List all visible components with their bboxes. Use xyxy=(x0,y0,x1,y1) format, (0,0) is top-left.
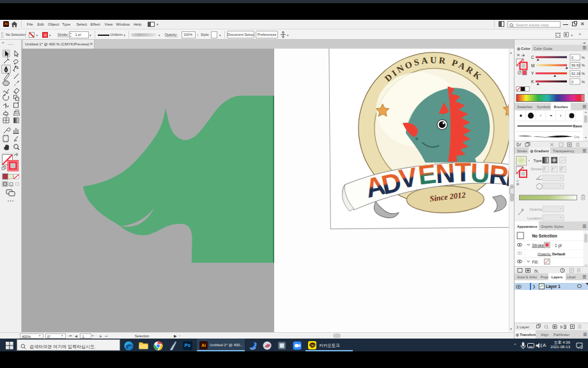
svg-text:Stroke:: Stroke: xyxy=(531,167,543,171)
svg-text:No Selection: No Selection xyxy=(532,233,557,237)
svg-text:fx.: fx. xyxy=(534,269,539,273)
svg-text:M: M xyxy=(531,63,534,67)
svg-text:Stroke:: Stroke: xyxy=(532,243,545,247)
svg-text:T: T xyxy=(454,157,471,187)
svg-text:Cha: Cha xyxy=(574,136,580,139)
svg-text:%: % xyxy=(582,79,585,83)
svg-text:▦: ▦ xyxy=(516,182,519,186)
svg-text:%: % xyxy=(582,72,585,76)
svg-text:K: K xyxy=(531,79,534,83)
svg-text:U: U xyxy=(470,157,490,188)
svg-text:Type:: Type: xyxy=(534,159,543,163)
svg-text:Y: Y xyxy=(531,71,534,76)
svg-text:99.92: 99.92 xyxy=(571,63,580,67)
svg-text:Location:: Location: xyxy=(527,216,543,220)
svg-text:TALK: TALK xyxy=(310,344,316,347)
svg-text:Opacity:: Opacity: xyxy=(538,252,552,255)
svg-text:%: % xyxy=(582,55,585,59)
svg-text:C: C xyxy=(531,55,534,60)
svg-text:0: 0 xyxy=(571,55,573,59)
svg-text:%: % xyxy=(582,63,585,67)
svg-text:N: N xyxy=(435,157,456,189)
svg-text:Basic: Basic xyxy=(573,124,583,128)
svg-text:0: 0 xyxy=(571,79,573,83)
svg-text:Default: Default xyxy=(552,252,565,255)
svg-text:Fill:: Fill: xyxy=(532,259,538,264)
svg-text:Opacity:: Opacity: xyxy=(529,207,543,211)
svg-text:1 pt: 1 pt xyxy=(555,243,562,248)
svg-text:62.16: 62.16 xyxy=(571,72,580,76)
